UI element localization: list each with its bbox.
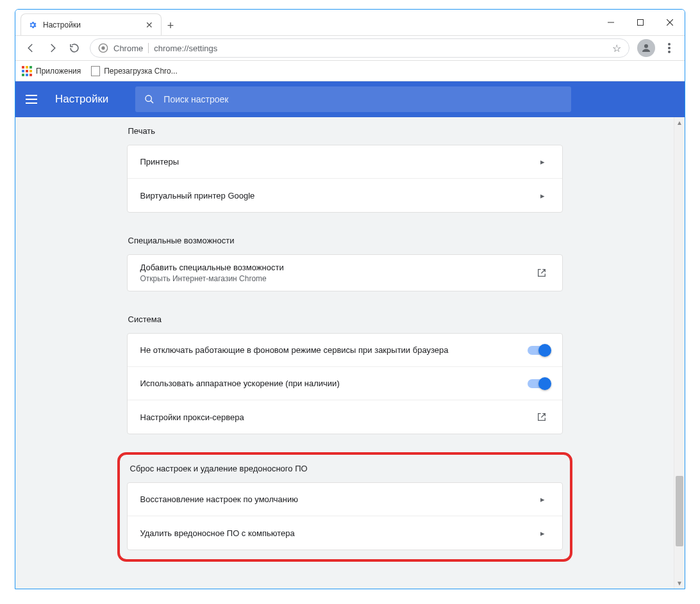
row-hardware-accel[interactable]: Использовать аппаратное ускорение (при н… [128,367,562,400]
row-cloud-print[interactable]: Виртуальный принтер Google ▸ [128,179,562,212]
svg-point-8 [668,47,671,49]
hamburger-menu-icon[interactable] [26,92,41,107]
address-bar[interactable]: Chrome chrome://settings ☆ [90,38,629,58]
row-background-apps[interactable]: Не отключать работающие в фоновом режиме… [128,334,562,367]
row-add-accessibility[interactable]: Добавить специальные возможности Открыть… [128,255,562,291]
settings-title: Настройки [55,93,108,106]
browser-toolbar: Chrome chrome://settings ☆ [15,35,685,61]
settings-content: Печать Принтеры ▸ Виртуальный принтер Go… [15,117,685,589]
chevron-right-icon: ▸ [537,528,549,538]
section-title-print: Печать [127,121,563,145]
forward-button[interactable] [42,38,63,58]
toggle-background-apps[interactable] [528,346,549,355]
svg-rect-1 [638,20,644,26]
close-window-button[interactable] [655,10,685,35]
row-printers[interactable]: Принтеры ▸ [128,145,562,179]
bookmark-item-1-label: Перезагрузка Chro... [104,67,178,76]
row-add-accessibility-label: Добавить специальные возможности [140,263,537,272]
row-cleanup-label: Удалить вредоносное ПО с компьютера [140,528,537,538]
section-reset: Сброс настроек и удаление вредоносного П… [127,452,563,562]
settings-body: Печать Принтеры ▸ Виртуальный принтер Go… [15,117,674,589]
document-icon [91,66,100,76]
svg-point-10 [146,95,151,101]
svg-point-7 [668,43,671,45]
minimize-button[interactable] [596,10,626,35]
settings-header: Настройки [15,81,685,117]
row-cleanup[interactable]: Удалить вредоносное ПО с компьютера ▸ [128,516,562,550]
bookmark-item-1[interactable]: Перезагрузка Chro... [91,66,178,76]
card-print: Принтеры ▸ Виртуальный принтер Google ▸ [127,145,563,213]
chevron-right-icon: ▸ [537,191,549,200]
omnibox-separator [148,43,149,53]
scroll-down-arrow[interactable]: ▼ [674,578,685,589]
section-accessibility: Специальные возможности Добавить специал… [127,231,563,291]
vertical-scrollbar[interactable]: ▲ ▼ [674,117,685,589]
browser-tab[interactable]: Настройки ✕ [21,13,162,35]
bookmarks-bar: Приложения Перезагрузка Chro... [15,61,685,81]
row-printers-label: Принтеры [140,157,537,167]
section-title-reset: Сброс настроек и удаление вредоносного П… [126,459,563,482]
svg-point-9 [668,51,671,53]
settings-search[interactable] [135,86,571,112]
row-proxy-label: Настройки прокси-сервера [140,412,537,422]
section-title-accessibility: Специальные возможности [127,231,563,254]
external-link-icon [537,412,549,422]
window-controls [596,10,685,35]
chrome-icon [98,43,108,53]
maximize-button[interactable] [626,10,655,35]
toggle-hardware-accel[interactable] [528,379,549,388]
tab-title: Настройки [43,20,81,29]
title-bar: Настройки ✕ + [15,10,685,35]
svg-line-11 [151,101,153,103]
scroll-thumb[interactable] [676,476,683,546]
omnibox-scheme: Chrome [113,44,143,53]
omnibox-url: chrome://settings [154,44,217,53]
row-restore-defaults-label: Восстановление настроек по умолчанию [140,494,537,504]
scroll-up-arrow[interactable]: ▲ [674,117,685,128]
browser-window: Настройки ✕ + Chrome chrome://settings ☆ [15,9,685,589]
bookmark-apps-label: Приложения [36,67,81,76]
chevron-right-icon: ▸ [537,157,549,167]
svg-point-5 [101,46,104,49]
settings-search-input[interactable] [163,94,562,104]
svg-point-6 [644,44,648,48]
card-system: Не отключать работающие в фоновом режиме… [127,333,563,434]
row-hardware-accel-label: Использовать аппаратное ускорение (при н… [140,379,528,388]
apps-grid-icon [22,66,32,76]
highlight-annotation: Сброс настроек и удаление вредоносного П… [117,452,572,562]
kebab-menu-icon[interactable] [659,38,679,58]
bookmark-apps[interactable]: Приложения [22,66,81,76]
row-add-accessibility-sub: Открыть Интернет-магазин Chrome [140,274,537,283]
section-system: Система Не отключать работающие в фоново… [127,309,563,434]
card-accessibility: Добавить специальные возможности Открыть… [127,254,563,291]
section-title-system: Система [127,309,563,333]
search-icon [144,94,154,104]
external-link-icon [537,268,549,278]
profile-avatar[interactable] [637,39,655,57]
row-background-apps-label: Не отключать работающие в фоновом режиме… [140,345,528,355]
section-print: Печать Принтеры ▸ Виртуальный принтер Go… [127,121,563,213]
gear-icon [28,20,38,30]
new-tab-button[interactable]: + [162,16,179,35]
row-cloud-print-label: Виртуальный принтер Google [140,191,537,200]
row-restore-defaults[interactable]: Восстановление настроек по умолчанию ▸ [128,483,562,516]
back-button[interactable] [21,38,41,58]
chevron-right-icon: ▸ [537,494,549,504]
bookmark-star-icon[interactable]: ☆ [612,42,621,54]
card-reset: Восстановление настроек по умолчанию ▸ У… [127,482,563,550]
row-proxy[interactable]: Настройки прокси-сервера [128,400,562,434]
close-tab-icon[interactable]: ✕ [146,20,153,30]
reload-button[interactable] [64,38,85,58]
